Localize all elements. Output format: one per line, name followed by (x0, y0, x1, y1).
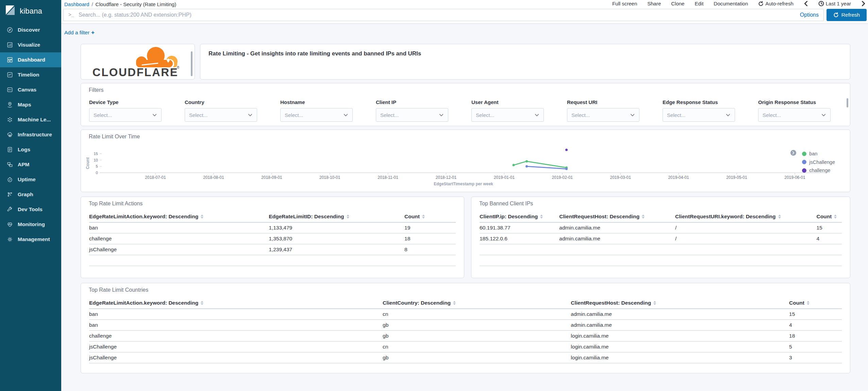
sidebar-item-uptime[interactable]: Uptime (0, 172, 61, 187)
table-row: ban1,133,47919 (89, 222, 456, 233)
sidebar-item-canvas[interactable]: Canvas (0, 82, 61, 97)
kibana-brand[interactable]: kibana (0, 0, 61, 22)
sort-icon[interactable] (778, 215, 781, 219)
table-row: challenge1,353,87018 (89, 233, 456, 244)
auto-refresh-button[interactable]: Auto-refresh (758, 1, 794, 6)
edit-button[interactable]: Edit (695, 1, 703, 6)
legend-item-ban[interactable]: ban (802, 150, 835, 158)
sidebar-item-logs[interactable]: Logs (0, 142, 61, 157)
filter-select-edge-response-status[interactable]: Select... (663, 108, 735, 122)
legend-color-dot (802, 168, 806, 173)
column-header[interactable]: ClientCountry: Descending (383, 297, 571, 309)
filter-select-hostname[interactable]: Select... (280, 108, 353, 122)
time-back-button[interactable] (804, 1, 808, 6)
select-placeholder: Select... (380, 112, 439, 118)
sidebar-item-dev-tools[interactable]: Dev Tools (0, 202, 61, 217)
column-header[interactable]: EdgeRateLimitID: Descending (269, 211, 404, 222)
canvas-icon (6, 86, 13, 93)
auto-refresh-icon (758, 1, 764, 6)
search-input[interactable]: Search... (e.g. status:200 AND extension… (79, 12, 800, 18)
refresh-button[interactable]: Refresh (827, 9, 867, 21)
sidebar-item-monitoring[interactable]: Monitoring (0, 217, 61, 232)
sidebar-item-machine-le[interactable]: Machine Le... (0, 112, 61, 127)
time-range-button[interactable]: Last 1 year (818, 1, 851, 6)
clone-button[interactable]: Clone (671, 1, 684, 6)
add-filter-button[interactable]: Add a filter+ (64, 29, 95, 36)
breadcrumb-dashboard-link[interactable]: Dashboard (64, 1, 89, 7)
query-bar[interactable]: >_ Search... (e.g. status:200 AND extens… (63, 9, 824, 21)
sidebar-item-management[interactable]: Management (0, 232, 61, 247)
sidebar-item-label: Canvas (18, 87, 36, 93)
full-screen-button[interactable]: Full screen (612, 1, 637, 6)
table-title: Top Rate Limit Countries (81, 283, 850, 294)
legend-label: ban (809, 151, 817, 156)
table-cell: 1,353,870 (269, 233, 404, 244)
select-placeholder: Select... (667, 112, 725, 118)
sort-icon[interactable] (834, 215, 837, 219)
table-cell: 60.191.38.77 (480, 222, 559, 233)
sidebar-item-graph[interactable]: Graph (0, 187, 61, 202)
sort-icon[interactable] (540, 215, 543, 219)
column-header[interactable]: Count (816, 211, 842, 222)
legend-item-jsChallenge[interactable]: jsChallenge (802, 158, 835, 167)
sidebar-item-dashboard[interactable]: Dashboard (0, 52, 61, 67)
table-row: 185.122.0.6admin.camilia.me/4 (480, 233, 842, 244)
svg-text:2019-04-01: 2019-04-01 (668, 175, 689, 180)
time-forward-button[interactable] (861, 1, 866, 6)
sidebar-item-apm[interactable]: APM (0, 157, 61, 172)
sort-icon[interactable] (642, 215, 645, 219)
brand-label: kibana (20, 7, 42, 16)
filter-select-request-uri[interactable]: Select... (567, 108, 639, 122)
documentation-link[interactable]: Documentation (714, 1, 748, 6)
sort-icon[interactable] (201, 215, 203, 219)
column-header[interactable]: ClientRequestURI.keyword: Descending (675, 211, 816, 222)
panel-scrollbar[interactable] (191, 51, 193, 76)
sort-icon[interactable] (453, 301, 456, 305)
sort-icon[interactable] (422, 215, 425, 219)
legend-item-challenge[interactable]: challenge (802, 166, 835, 175)
table-cell: / (675, 222, 816, 233)
filter-group-edge-response-status: Edge Response StatusSelect... (663, 99, 735, 122)
sidebar-item-visualize[interactable]: Visualize (0, 37, 61, 52)
query-options-link[interactable]: Options (800, 12, 819, 18)
filter-select-country[interactable]: Select... (185, 108, 257, 122)
filter-select-client-ip[interactable]: Select... (376, 108, 448, 122)
sort-icon[interactable] (201, 301, 203, 305)
kibana-logo-icon (4, 4, 16, 18)
top-rate-limit-actions-panel: Top Rate Limit Actions EdgeRateLimitActi… (81, 197, 464, 278)
sidebar-item-infrastructure[interactable]: Infrastructure (0, 127, 61, 142)
svg-text:5: 5 (96, 164, 98, 168)
sort-icon[interactable] (807, 301, 809, 305)
sidebar-item-discover[interactable]: Discover (0, 22, 61, 37)
top-navigation: Full screen Share Clone Edit Documentati… (612, 1, 866, 6)
side-navigation: DiscoverVisualizeDashboardTimelionCanvas… (0, 22, 61, 247)
column-header[interactable]: ClientIP.ip: Descending (480, 211, 559, 222)
table-cell: ban (89, 320, 383, 330)
share-button[interactable]: Share (647, 1, 661, 6)
sidebar-item-maps[interactable]: Maps (0, 97, 61, 112)
column-header[interactable]: EdgeRateLimitAction.keyword: Descending (89, 211, 269, 222)
column-header[interactable]: Count (404, 211, 456, 222)
filter-select-origin-response-status[interactable]: Select... (758, 108, 831, 122)
column-header[interactable]: ClientRequestHost: Descending (571, 297, 789, 309)
filter-select-device-type[interactable]: Select... (89, 108, 162, 122)
column-header[interactable]: ClientRequestHost: Descending (559, 211, 675, 222)
sort-icon[interactable] (653, 301, 656, 305)
timelion-icon (6, 71, 13, 78)
filter-group-user-agent: User AgentSelect... (471, 99, 544, 122)
data-table: EdgeRateLimitAction.keyword: DescendingE… (89, 211, 456, 266)
header: Dashboard/Cloudflare - Security (Rate Li… (61, 0, 868, 24)
plus-icon: + (91, 29, 95, 36)
select-placeholder: Select... (94, 112, 152, 118)
sidebar-item-timelion[interactable]: Timelion (0, 67, 61, 82)
column-header[interactable]: EdgeRateLimitAction.keyword: Descending (89, 297, 383, 309)
filter-select-user-agent[interactable]: Select... (471, 108, 544, 122)
sort-icon[interactable] (347, 215, 349, 219)
column-header[interactable]: Count (789, 297, 842, 309)
clock-icon (818, 1, 824, 6)
table-cell: gb (383, 330, 571, 341)
filter-group-origin-response-status: Origin Response StatusSelect... (758, 99, 831, 122)
table-cell: 3 (789, 352, 842, 363)
panel-scrollbar[interactable] (847, 98, 848, 107)
table-cell: ban (89, 222, 269, 233)
